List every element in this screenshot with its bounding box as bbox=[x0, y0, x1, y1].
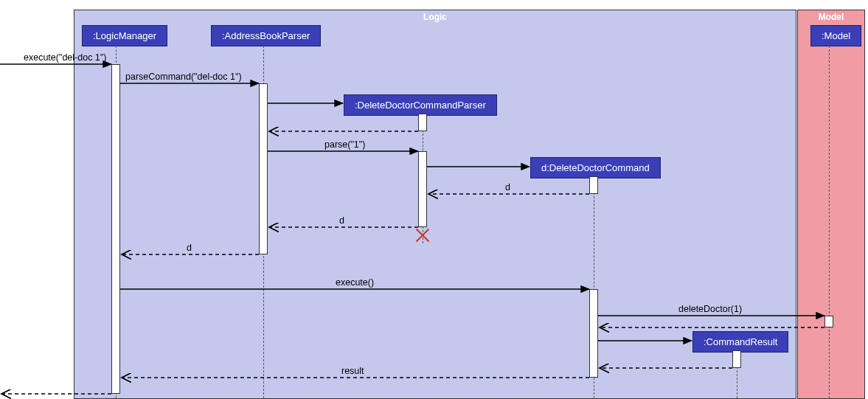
logic-frame: Logic bbox=[74, 10, 796, 399]
msg-execute-deldoc: execute("del-doc 1") bbox=[24, 52, 106, 63]
destroy-icon bbox=[414, 227, 431, 243]
msg-result: result bbox=[341, 366, 364, 376]
lifeline-model bbox=[829, 46, 830, 398]
activation-ddcp-2 bbox=[418, 151, 427, 227]
participant-command-result: :CommandResult bbox=[692, 331, 788, 353]
participant-delete-doctor-command-parser: :DeleteDoctorCommandParser bbox=[344, 94, 497, 116]
participant-address-book-parser: :AddressBookParser bbox=[211, 25, 321, 46]
activation-command-result bbox=[732, 350, 741, 368]
participant-delete-doctor-command: d:DeleteDoctorCommand bbox=[530, 157, 661, 178]
participant-model: :Model bbox=[810, 25, 861, 46]
msg-parse: parse("1") bbox=[324, 139, 365, 150]
activation-model bbox=[824, 316, 833, 327]
msg-execute: execute() bbox=[336, 277, 374, 288]
activation-ddc-1 bbox=[589, 176, 598, 194]
msg-d2: d bbox=[339, 215, 344, 226]
msg-d3: d bbox=[187, 243, 192, 253]
activation-logic-manager bbox=[111, 64, 120, 394]
logic-frame-label: Logic bbox=[414, 10, 456, 24]
msg-parse-command: parseCommand("del-doc 1") bbox=[125, 72, 242, 82]
participant-logic-manager: :LogicManager bbox=[82, 25, 167, 46]
msg-d1: d bbox=[505, 182, 510, 192]
activation-ddcp-1 bbox=[418, 114, 427, 131]
msg-delete-doctor: deleteDoctor(1) bbox=[678, 304, 742, 314]
activation-address-book-parser bbox=[259, 83, 268, 254]
model-frame-label: Model bbox=[810, 10, 853, 24]
model-frame: Model bbox=[797, 10, 865, 399]
activation-ddc-2 bbox=[589, 289, 598, 378]
